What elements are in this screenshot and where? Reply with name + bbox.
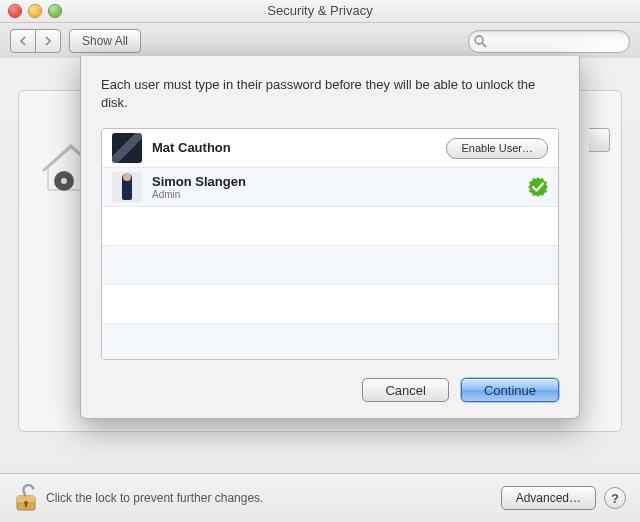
advanced-button[interactable]: Advanced…: [501, 486, 596, 510]
list-empty-row: [102, 324, 558, 360]
advanced-label: Advanced…: [516, 491, 581, 505]
close-window-button[interactable]: [8, 4, 22, 18]
user-role: Admin: [152, 189, 246, 200]
cancel-label: Cancel: [385, 383, 425, 398]
cancel-button[interactable]: Cancel: [362, 378, 448, 402]
search-icon: [474, 35, 487, 48]
user-row[interactable]: Simon Slangen Admin: [102, 168, 558, 207]
help-label: ?: [611, 491, 619, 506]
svg-point-4: [61, 178, 67, 184]
avatar: [112, 172, 142, 202]
forward-button[interactable]: [35, 29, 61, 53]
svg-line-1: [482, 43, 486, 47]
list-empty-row: [102, 285, 558, 324]
nav-back-forward: [10, 29, 61, 53]
help-button[interactable]: ?: [604, 487, 626, 509]
sheet-message: Each user must type in their password be…: [101, 76, 559, 112]
footer-bar: Click the lock to prevent further change…: [0, 473, 640, 522]
search-field[interactable]: [468, 30, 630, 53]
chevron-right-icon: [44, 36, 52, 46]
user-name: Simon Slangen: [152, 175, 246, 189]
chevron-left-icon: [19, 36, 27, 46]
enabled-check-icon: [528, 177, 548, 197]
window-titlebar: Security & Privacy: [0, 0, 640, 23]
back-button[interactable]: [10, 29, 36, 53]
list-empty-row: [102, 246, 558, 285]
show-all-button[interactable]: Show All: [69, 29, 141, 53]
window-title: Security & Privacy: [267, 3, 372, 18]
avatar: [112, 133, 142, 163]
enable-users-sheet: Each user must type in their password be…: [80, 56, 580, 419]
minimize-window-button[interactable]: [28, 4, 42, 18]
svg-marker-5: [528, 177, 548, 197]
user-name: Mat Cauthon: [152, 141, 231, 155]
list-empty-row: [102, 207, 558, 246]
svg-point-0: [475, 36, 483, 44]
toolbar: Show All: [0, 23, 640, 60]
enable-user-label: Enable User…: [461, 142, 533, 154]
search-input[interactable]: [489, 33, 629, 49]
user-list: Mat Cauthon Enable User… Simon Slangen A…: [101, 128, 559, 360]
enable-user-button[interactable]: Enable User…: [446, 138, 548, 159]
user-row[interactable]: Mat Cauthon Enable User…: [102, 129, 558, 168]
prefpane-body: Each user must type in their password be…: [0, 58, 640, 522]
continue-label: Continue: [484, 383, 536, 398]
unlocked-lock-icon[interactable]: [14, 484, 38, 512]
background-button-stub: [589, 128, 610, 152]
show-all-label: Show All: [82, 34, 128, 48]
continue-button[interactable]: Continue: [461, 378, 559, 402]
lock-hint-text: Click the lock to prevent further change…: [46, 491, 263, 505]
svg-rect-9: [25, 503, 27, 507]
zoom-window-button[interactable]: [48, 4, 62, 18]
